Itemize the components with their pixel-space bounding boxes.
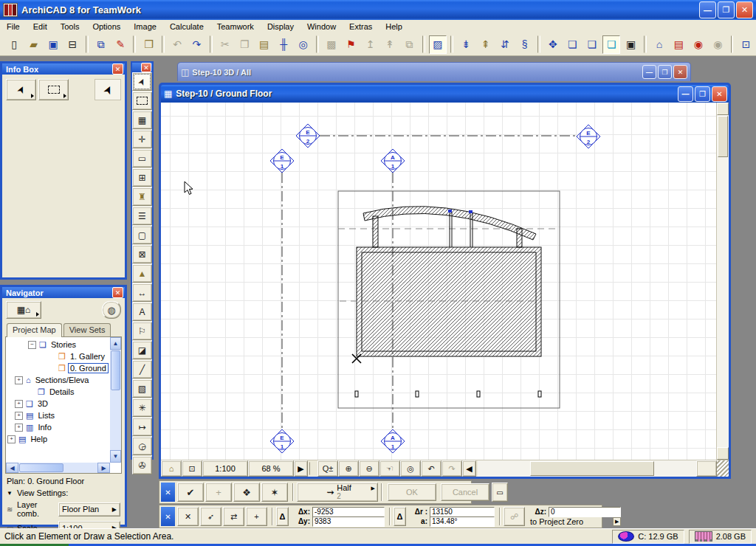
undo-icon[interactable]: ↶ [168,35,186,54]
close-icon[interactable]: ✕ [112,63,123,75]
scroll-right-button[interactable] [696,460,717,477]
wall-tool[interactable]: ▦ [132,111,152,129]
scroll-left-button[interactable]: ◀ [6,463,18,473]
home-story-icon[interactable]: ⌂ [650,35,668,54]
fill-tool[interactable]: ◪ [132,341,152,359]
toolbar-icon[interactable] [450,35,453,53]
delta-ra-toggle[interactable]: Δ [394,507,406,526]
tree-horizontal-scrollbar[interactable]: ◀ ▶ [6,463,110,473]
grid-marker-E2[interactable]: E2 [577,125,600,148]
toolbar-icon[interactable] [731,35,734,53]
tree-expander[interactable]: − [28,341,36,349]
hotspot-tool[interactable]: ✳ [132,398,152,417]
new-view-icon[interactable]: ❏ [583,35,601,54]
ok-button[interactable]: OK [388,483,436,501]
delta-xy-toggle[interactable]: Δ [276,507,289,526]
tree-item-sections[interactable]: + ⌂ Sections/Eleva [6,374,110,386]
toolbar-icon[interactable] [537,35,540,53]
menu-item[interactable]: Edit [27,21,54,32]
find-select-icon[interactable]: ❒ [140,35,157,54]
quick-options-button[interactable]: ⌂ [161,460,182,477]
close-button[interactable]: ✕ [673,65,687,79]
scroll-left-button[interactable]: ◀ [462,460,476,477]
text-tool[interactable]: A [132,303,152,321]
tree-item-ground[interactable]: ❒ 0. Ground [6,362,110,374]
toolbar-icon[interactable] [316,35,319,53]
offset-button[interactable]: + [205,483,232,502]
find-zoom-icon[interactable]: ◎ [294,35,312,54]
zoom-decrease-icon[interactable]: ◉ [709,35,726,54]
scroll-right-button[interactable]: ▶ [97,463,110,473]
tree-item-help[interactable]: + ▤ Help [6,433,110,445]
pickup-params-icon[interactable]: ↥ [362,35,379,54]
tree-expander[interactable]: + [15,400,23,408]
scrollbar-thumb[interactable] [718,116,728,157]
camera-tool[interactable]: ✇ [132,456,152,474]
tree-item-lists[interactable]: + ▤ Lists [6,410,110,421]
zoom-in-button[interactable]: ⊕ [338,460,359,477]
tree-expander[interactable]: + [15,424,23,432]
stair-tool[interactable]: ☰ [132,207,152,225]
menu-item[interactable]: Image [127,21,163,32]
tree-item-gallery[interactable]: ❒ 1. Gallery [6,350,110,362]
rebuild-icon[interactable]: ▤ [670,35,687,54]
cancel-button[interactable]: Cancel [441,483,489,501]
story-down-icon[interactable]: ⇟ [457,35,475,54]
marquee-mode-button[interactable] [38,79,69,100]
menu-item[interactable]: File [0,21,27,32]
angle-field[interactable]: 134.48° [430,516,495,527]
redo-icon[interactable]: ↷ [188,35,205,54]
collapse-triangle-icon[interactable]: ▼ [7,490,13,497]
restore-button[interactable]: ❐ [718,1,735,18]
gravity-button[interactable]: ☍ [504,507,525,526]
preview-button[interactable]: ⊡ [182,460,202,477]
menu-item[interactable]: Extras [343,21,379,32]
drawing-canvas[interactable]: E2E2E1A1E1A1 [161,103,716,460]
transfer-params-icon[interactable]: ↟ [381,35,399,54]
photo-icon[interactable]: ▣ [622,35,639,54]
menu-item[interactable]: Help [379,21,409,32]
menu-item[interactable]: Calculate [163,21,210,32]
window-tool[interactable]: ⊞ [132,168,152,187]
object-tool[interactable]: ♜ [132,187,152,206]
scrollbar-thumb[interactable] [19,463,63,472]
publisher-icon[interactable]: ⧉ [92,35,110,54]
group-button[interactable]: ❖ [233,483,260,502]
tree-item-3d[interactable]: + ❑ 3D [6,398,110,410]
grid-marker-A1[interactable]: A1 [381,149,405,173]
current-view-icon[interactable]: ❏ [602,35,620,54]
next-zoom-button[interactable]: ↷ [441,460,462,477]
teamwork-flag-icon[interactable]: ⚑ [342,35,360,54]
close-icon[interactable]: ✕ [141,63,151,72]
grid-marker-A1[interactable]: A1 [381,429,405,453]
toolbar-icon[interactable] [86,35,89,53]
navigator-tab[interactable]: View Sets [63,323,111,337]
panel-toggle-button[interactable]: ▭ [492,483,508,502]
paste-icon[interactable]: ▤ [255,35,272,54]
scroll-down-button[interactable]: ▼ [110,450,121,463]
grid-snap-button[interactable]: ⇄ [223,507,244,526]
tree-expander[interactable]: + [15,376,23,384]
vertical-scrollbar[interactable] [716,103,729,460]
toolbar-icon[interactable] [133,35,136,53]
expand-arrow-icon[interactable]: ▶ [613,517,621,526]
angle-snap-button[interactable]: ✔ [177,483,204,502]
vector-snap-button[interactable]: ➶ [200,507,221,526]
grid-marker-E1[interactable]: E1 [270,149,294,173]
marquee-tool[interactable] [132,91,152,110]
tree-vertical-scrollbar[interactable]: ▲ ▼ [110,337,121,463]
relative-construction-button[interactable]: ⇝ Half 2 ▶ [297,483,378,502]
user-origin-button[interactable]: + [246,507,267,526]
figure-tool[interactable]: ▧ [132,379,152,398]
close-icon[interactable]: ✕ [112,287,123,298]
story-up-icon[interactable]: ⇞ [477,35,495,54]
cut-icon[interactable]: ✂ [216,35,234,54]
mesh-tool[interactable]: ▲ [132,264,152,283]
orbit-icon[interactable]: ✥ [544,35,562,54]
scroll-up-button[interactable] [717,103,729,115]
roof-tool[interactable]: ⊠ [132,245,152,263]
zoom-button[interactable] [309,462,316,475]
dz-field[interactable]: 0 [549,507,621,517]
grid-marker-E2[interactable]: E2 [296,124,320,148]
zoom-value-button[interactable]: 68 % [248,460,294,477]
